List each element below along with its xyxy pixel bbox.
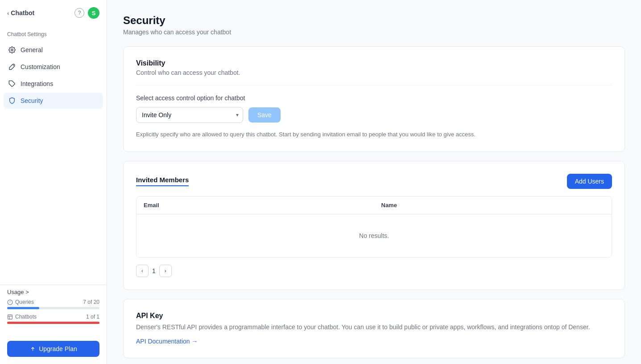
svg-point-0: [11, 49, 13, 51]
sidebar-security-label: Security: [21, 97, 43, 104]
chatbots-label: Chatbots: [7, 314, 37, 320]
upgrade-plan-button[interactable]: Upgrade Plan: [7, 341, 99, 357]
access-label: Select access control option for chatbot: [136, 94, 612, 102]
name-column-header: Name: [374, 196, 612, 214]
members-table: Email Name No results.: [136, 196, 612, 258]
sidebar-footer: Upgrade Plan: [0, 334, 107, 364]
api-key-desc: Denser's RESTful API provides a programm…: [136, 323, 612, 332]
avatar-letter: S: [92, 10, 96, 16]
add-users-button[interactable]: Add Users: [567, 174, 612, 189]
chatbots-bar-fill: [7, 322, 99, 324]
user-avatar[interactable]: S: [88, 7, 99, 19]
sidebar-section-label: Chatbot Settings: [0, 26, 107, 40]
invited-members-card: Invited Members Add Users Email Name No …: [123, 161, 625, 290]
sidebar-item-security[interactable]: Security: [4, 93, 103, 109]
sidebar-integrations-label: Integrations: [21, 80, 53, 87]
sidebar-header-icons: ? S: [74, 7, 99, 19]
queries-label: Queries: [7, 299, 34, 305]
api-key-title: API Key: [136, 312, 612, 320]
shield-icon: [8, 97, 16, 105]
access-select-wrapper: Public Invite Only Private ▾: [136, 107, 243, 123]
visibility-card: Visibility Control who can access your c…: [123, 46, 625, 152]
usage-title[interactable]: Usage >: [7, 289, 99, 295]
queries-usage-row: Queries 7 of 20: [7, 299, 99, 305]
sidebar-back-button[interactable]: ‹ Chatbot: [7, 9, 71, 16]
question-mark: ?: [78, 10, 81, 16]
sidebar-nav: General Customization Integrations: [0, 40, 107, 281]
save-button[interactable]: Save: [248, 107, 281, 123]
members-header: Invited Members Add Users: [136, 174, 612, 189]
section-divider: [136, 85, 612, 86]
queries-label-text: Queries: [15, 299, 34, 305]
visibility-title: Visibility: [136, 59, 612, 67]
next-page-button[interactable]: ›: [159, 265, 172, 277]
sidebar-back-label: Chatbot: [11, 9, 34, 16]
upgrade-label: Upgrade Plan: [39, 345, 77, 352]
main-content: Security Manages who can access your cha…: [107, 0, 641, 364]
access-hint: Explicitly specify who are allowed to qu…: [136, 130, 612, 139]
email-column-header: Email: [136, 196, 374, 214]
help-icon-button[interactable]: ?: [74, 8, 84, 18]
queries-icon: [7, 299, 13, 305]
sidebar-general-label: General: [21, 46, 43, 53]
sidebar-divider: [0, 285, 107, 285]
svg-rect-6: [8, 315, 12, 319]
brush-icon: [8, 63, 16, 71]
sidebar-customization-label: Customization: [21, 63, 60, 70]
chatbots-count: 1 of 1: [86, 314, 99, 320]
table-header: Email Name: [136, 196, 612, 214]
sidebar-item-integrations[interactable]: Integrations: [4, 76, 103, 92]
chatbots-icon: [7, 314, 13, 320]
usage-section: Usage > Queries 7 of 20 Chatbots 1 of 1: [0, 289, 107, 334]
queries-count: 7 of 20: [83, 299, 99, 305]
page-subtitle: Manages who can access your chatbot: [123, 29, 625, 36]
upgrade-icon: [29, 346, 36, 352]
members-title: Invited Members: [136, 176, 189, 186]
table-body: No results.: [136, 214, 612, 257]
pagination: ‹ 1 ›: [136, 265, 612, 277]
svg-line-1: [13, 65, 14, 66]
chatbots-usage-row: Chatbots 1 of 1: [7, 314, 99, 320]
chatbots-bar-track: [7, 322, 99, 324]
chevron-left-icon: ‹: [7, 10, 9, 16]
puzzle-icon: [8, 80, 16, 88]
chatbots-label-text: Chatbots: [15, 314, 37, 320]
queries-bar-fill: [7, 307, 39, 309]
gear-icon: [8, 46, 16, 54]
sidebar: ‹ Chatbot ? S Chatbot Settings General: [0, 0, 107, 364]
no-results-text: No results.: [341, 214, 407, 257]
queries-bar-track: [7, 307, 99, 309]
api-key-card: API Key Denser's RESTful API provides a …: [123, 299, 625, 358]
prev-page-button[interactable]: ‹: [136, 265, 149, 277]
page-title: Security: [123, 14, 625, 27]
access-row: Public Invite Only Private ▾ Save: [136, 107, 612, 123]
sidebar-item-customization[interactable]: Customization: [4, 59, 103, 75]
access-select[interactable]: Public Invite Only Private: [136, 107, 243, 123]
api-documentation-link[interactable]: API Documentation →: [136, 338, 198, 345]
sidebar-header: ‹ Chatbot ? S: [0, 0, 107, 26]
visibility-desc: Control who can access your chatbot.: [136, 69, 612, 76]
current-page: 1: [152, 267, 156, 274]
sidebar-item-general[interactable]: General: [4, 42, 103, 58]
